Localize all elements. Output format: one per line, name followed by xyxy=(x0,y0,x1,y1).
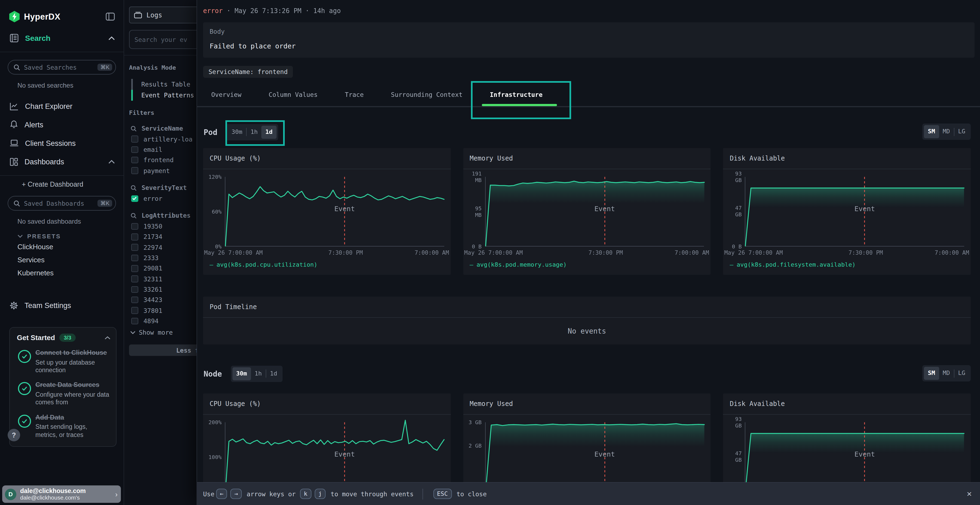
filter-value-row[interactable]: 4894 xyxy=(131,316,197,326)
checkbox[interactable] xyxy=(131,297,138,303)
filter-value-row[interactable]: payment xyxy=(131,165,197,176)
chevron-up-icon[interactable] xyxy=(108,160,115,164)
filter-value-row[interactable]: 37801 xyxy=(131,305,197,316)
create-dashboard-button[interactable]: + Create Dashboard xyxy=(0,176,124,188)
analysis-mode-option-event-patterns[interactable]: Event Patterns xyxy=(131,90,197,101)
search-icon xyxy=(130,213,137,219)
filter-value-row[interactable]: artillery-loa xyxy=(131,134,197,145)
checkbox[interactable] xyxy=(131,276,138,283)
filter-value-row[interactable]: 2333 xyxy=(131,253,197,264)
j-key[interactable]: j xyxy=(314,489,326,499)
event-marker-label: Event xyxy=(334,450,355,458)
close-icon[interactable]: × xyxy=(967,489,972,499)
node-range-30m[interactable]: 30m xyxy=(232,367,251,380)
chart-plot-area[interactable]: Event xyxy=(745,422,964,492)
presets-header[interactable]: PRESETS xyxy=(18,233,124,240)
collapse-sidebar-icon[interactable] xyxy=(106,13,115,21)
get-started-item[interactable]: Add DataStart sending logs, metrics, or … xyxy=(17,413,111,438)
chart-plot-area[interactable]: Event xyxy=(225,422,444,492)
chart-legend[interactable]: —avg(k8s.pod.memory.usage) xyxy=(463,261,711,268)
sidebar-item-chart-explorer[interactable]: Chart Explorer xyxy=(0,97,124,115)
y-axis: 120%60%0% xyxy=(208,177,223,246)
tab-trace[interactable]: Trace xyxy=(345,91,364,98)
filter-value-row[interactable]: 21734 xyxy=(131,232,197,243)
filter-value-row[interactable]: 19350 xyxy=(131,221,197,232)
checkbox[interactable] xyxy=(131,157,138,164)
filter-value-row[interactable]: 32311 xyxy=(131,274,197,284)
preset-item-services[interactable]: Services xyxy=(18,254,124,267)
chart-title: Memory Used xyxy=(463,148,711,169)
service-name-chip[interactable]: ServiceName: frontend xyxy=(203,66,293,78)
filter-value-row[interactable]: 33261 xyxy=(131,284,197,295)
pod-timeline-empty-text: No events xyxy=(203,318,971,345)
arrow-left-key[interactable]: ← xyxy=(216,489,227,499)
chart-plot-area[interactable]: Event xyxy=(485,177,704,246)
event-search-input[interactable]: Search your ev xyxy=(129,30,197,49)
node-range-1h[interactable]: 1h xyxy=(251,367,266,380)
checkbox[interactable] xyxy=(131,136,138,143)
checkbox[interactable] xyxy=(131,167,138,174)
node-range-toggle[interactable]: 30m1h1d xyxy=(231,365,283,382)
source-select-button[interactable]: Logs xyxy=(129,6,197,24)
checkbox[interactable] xyxy=(131,223,138,230)
checkbox[interactable] xyxy=(131,286,138,293)
filter-value-row[interactable]: 22974 xyxy=(131,242,197,253)
checkbox[interactable] xyxy=(131,307,138,314)
checkbox[interactable] xyxy=(131,244,138,251)
saved-dashboards-input[interactable]: Saved Dashboards ⌘K xyxy=(8,196,116,211)
pod-size-toggle[interactable]: SMMDLG xyxy=(923,124,971,140)
tab-overview[interactable]: Overview xyxy=(211,91,242,98)
get-started-item[interactable]: Create Data SourcesConfigure where your … xyxy=(17,381,111,407)
filter-value-row[interactable]: email xyxy=(131,145,197,155)
checkbox[interactable] xyxy=(131,318,138,324)
filter-value-row[interactable]: error xyxy=(131,193,197,204)
chevron-up-icon[interactable] xyxy=(108,36,115,40)
sidebar-item-client-sessions[interactable]: Client Sessions xyxy=(0,134,124,152)
k-key[interactable]: k xyxy=(300,489,311,499)
sidebar-item-search[interactable]: Search xyxy=(0,29,124,48)
preset-item-clickhouse[interactable]: ClickHouse xyxy=(18,241,124,254)
pod-size-lg[interactable]: LG xyxy=(955,125,969,138)
tab-surrounding-context[interactable]: Surrounding Context xyxy=(391,91,463,98)
no-saved-searches-text: No saved searches xyxy=(18,82,124,89)
node-range-1d[interactable]: 1d xyxy=(266,367,281,380)
sidebar-item-dashboards[interactable]: Dashboards xyxy=(0,152,124,171)
account-menu[interactable]: D dale@clickhouse.com dale@clickhouse.co… xyxy=(2,485,121,503)
show-more-toggle[interactable]: Show more xyxy=(130,327,197,338)
chart-title: CPU Usage (%) xyxy=(203,394,450,414)
chart-plot-area[interactable]: Event xyxy=(485,422,704,492)
node-size-lg[interactable]: LG xyxy=(955,367,969,380)
saved-searches-input[interactable]: Saved Searches ⌘K xyxy=(8,60,116,75)
chart-plot-area[interactable]: Event xyxy=(745,177,964,246)
node-size-md[interactable]: MD xyxy=(939,367,954,380)
checkbox[interactable] xyxy=(131,233,138,240)
get-started-item[interactable]: Connect to ClickHouseSet up your databas… xyxy=(17,349,111,374)
chart-title: Disk Available xyxy=(723,394,971,414)
chart-legend[interactable]: —avg(k8s.pod.cpu.utilization) xyxy=(203,261,450,268)
sidebar-item-label: Search xyxy=(25,34,108,43)
filter-value-row[interactable]: frontend xyxy=(131,155,197,165)
sidebar-item-team-settings[interactable]: Team Settings xyxy=(0,296,124,314)
tab-column-values[interactable]: Column Values xyxy=(269,91,318,98)
help-button[interactable]: ? xyxy=(8,429,20,441)
chart-plot-area[interactable]: Event xyxy=(225,177,444,246)
pod-size-sm[interactable]: SM xyxy=(924,125,939,138)
preset-item-kubernetes[interactable]: Kubernetes xyxy=(18,267,124,280)
less-filters-button[interactable]: Less fil xyxy=(129,345,197,356)
chart-legend[interactable]: —avg(k8s.pod.filesystem.available) xyxy=(723,261,971,268)
footer-text: to move through events xyxy=(331,490,414,498)
checkbox-checked[interactable] xyxy=(131,195,138,202)
checkbox[interactable] xyxy=(131,265,138,272)
checkbox[interactable] xyxy=(131,146,138,153)
filter-value-row[interactable]: 34423 xyxy=(131,295,197,305)
node-size-toggle[interactable]: SMMDLG xyxy=(923,365,971,381)
node-size-sm[interactable]: SM xyxy=(924,367,939,380)
chevron-up-icon[interactable] xyxy=(105,336,111,339)
sidebar-item-alerts[interactable]: Alerts xyxy=(0,115,124,134)
checkbox[interactable] xyxy=(131,255,138,262)
pod-size-md[interactable]: MD xyxy=(939,125,954,138)
analysis-mode-option-results-table[interactable]: Results Table xyxy=(131,79,197,90)
filter-value-row[interactable]: 29081 xyxy=(131,263,197,274)
esc-key[interactable]: ESC xyxy=(433,489,452,499)
arrow-right-key[interactable]: → xyxy=(231,489,242,499)
